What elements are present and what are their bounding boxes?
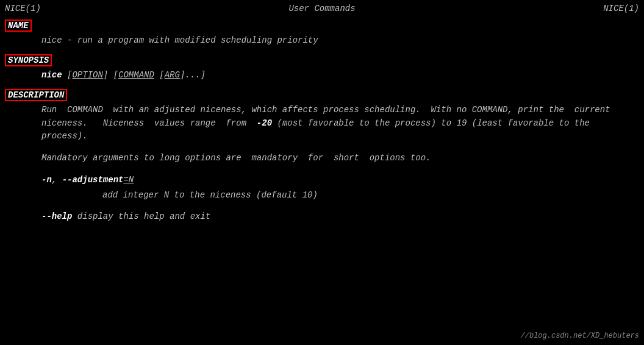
header-center: User Commands — [288, 4, 355, 13]
option-n-comma: , — [52, 175, 57, 185]
option-n-desc: add integer N to the niceness (default 1… — [41, 189, 639, 202]
header-right: NICE(1) — [603, 4, 639, 13]
option-help-line: --help display this help and exit — [41, 210, 639, 223]
watermark: //blog.csdn.net/XD_hebuters — [521, 332, 639, 340]
description-content: Run COMMAND with an adjusted niceness, w… — [5, 104, 639, 223]
option-help-long: --help — [41, 212, 72, 221]
synopsis-command: nice — [41, 70, 62, 80]
synopsis-command2: [COMMAND — [113, 70, 154, 80]
man-page-header: NICE(1) User Commands NICE(1) — [5, 4, 639, 13]
synopsis-content: nice [OPTION] [COMMAND [ARG]...] — [5, 69, 639, 82]
synopsis-arg: [ARG]...] — [159, 70, 206, 80]
description-section: DESCRIPTION Run COMMAND with an adjusted… — [5, 89, 639, 223]
name-label: NAME — [5, 20, 32, 32]
desc-highlight-minus20: -20 — [257, 118, 272, 128]
name-content: nice - run a program with modified sched… — [5, 34, 639, 47]
synopsis-label: SYNOPSIS — [5, 54, 52, 66]
option-n-arg: =N — [123, 175, 134, 185]
desc-paragraph-2: Mandatory arguments to long options are … — [41, 152, 639, 165]
synopsis-option: [OPTION] — [67, 70, 108, 80]
header-left: NICE(1) — [5, 4, 41, 13]
name-section: NAME nice - run a program with modified … — [5, 20, 639, 47]
option-help-desc: display this help and exit — [77, 212, 210, 221]
name-text: nice - run a program with modified sched… — [41, 35, 318, 45]
description-label: DESCRIPTION — [5, 89, 67, 101]
option-n-long: --adjustment — [62, 175, 124, 185]
desc-paragraph-1: Run COMMAND with an adjusted niceness, w… — [41, 104, 639, 143]
option-n-desc-text: add integer N to the niceness (default 1… — [102, 190, 318, 200]
option-n-short: -n — [41, 175, 52, 185]
option-n-line: -n, --adjustment=N — [41, 174, 639, 187]
synopsis-section: SYNOPSIS nice [OPTION] [COMMAND [ARG]...… — [5, 54, 639, 82]
